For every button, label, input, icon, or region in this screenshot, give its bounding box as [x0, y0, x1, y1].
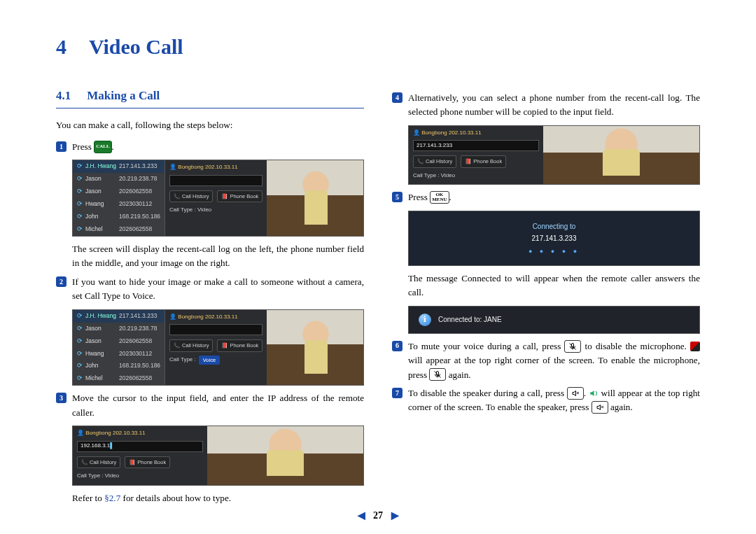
phone-book-button: 📕 Phone Book	[217, 190, 262, 203]
recent-call-log: ⟳J.H. Hwang217.141.3.233 ⟳Jason20.219.23…	[73, 160, 165, 236]
screenshot-call-screen-2: ⟳J.H. Hwang217.141.3.233 ⟳Jason20.219.23…	[72, 309, 364, 386]
step-5-after: The message Connected to will appear whe…	[408, 272, 700, 300]
step-number-2: 2	[56, 276, 66, 287]
ref-link-2-7[interactable]: §2.7	[104, 493, 120, 503]
speaker-mute-key-icon-2	[592, 401, 608, 414]
call-history-button: 📞 Call History	[169, 190, 213, 203]
section-name: Making a Call	[87, 89, 160, 102]
step-3: 3 Move the cursor to the input field, an…	[56, 391, 364, 420]
step-3-note: Refer to §2.7 for details about how to t…	[72, 491, 364, 505]
speaker-status-icon	[589, 388, 598, 398]
step-number-3: 3	[56, 393, 66, 403]
call-type-voice-pill: Voice	[199, 356, 220, 365]
chapter-number: 4	[56, 35, 84, 59]
step-number-7: 7	[392, 388, 402, 398]
dial-panel: Bongbong 202.10.33.11 📞 Call History 📕 P…	[165, 160, 267, 236]
screenshot-call-screen-3: Bongbong 202.10.33.11 192.168.3.1▌ 📞 Cal…	[72, 426, 364, 485]
info-icon: i	[419, 314, 431, 326]
step-5: 5 Press OKMENU.	[392, 190, 700, 204]
speaker-mute-key-icon	[567, 387, 584, 400]
call-key-icon: CALL	[94, 141, 111, 153]
prev-page-arrow[interactable]: ◀	[352, 510, 371, 521]
screenshot-connected: i Connected to: JANE	[408, 306, 700, 334]
step-7: 7 To disable the speaker during a call, …	[392, 386, 700, 415]
mute-key-icon-2	[429, 368, 446, 381]
step-number-6: 6	[392, 341, 402, 351]
mic-muted-status-icon	[690, 342, 700, 351]
page-number: 27	[373, 510, 383, 521]
step-2: 2 If you want to hide your image or make…	[56, 275, 364, 304]
step-1: 1 Press CALL.	[56, 140, 364, 154]
column-left: 4.1 Making a Call You can make a call, f…	[56, 87, 364, 505]
step-number-4: 4	[392, 92, 402, 103]
screenshot-call-screen-1: ⟳J.H. Hwang217.141.3.233 ⟳Jason20.219.23…	[72, 160, 364, 237]
intro-text: You can make a call, following the steps…	[56, 118, 364, 132]
mute-key-icon	[564, 340, 581, 353]
step-number-1: 1	[56, 141, 66, 152]
chapter-title: 4 Video Call	[56, 35, 700, 59]
section-number: 4.1	[56, 87, 84, 105]
page-navigator: ◀ 27 ▶	[0, 510, 756, 521]
next-page-arrow[interactable]: ▶	[386, 510, 405, 521]
step-6: 6 To mute your voice during a call, pres…	[392, 339, 700, 382]
chapter-name: Video Call	[89, 35, 183, 58]
step-1-description: The screen will display the recent-call …	[72, 242, 364, 271]
step-number-5: 5	[392, 192, 402, 202]
step-4: 4 Alternatively, you can select a phone …	[392, 91, 700, 120]
screenshot-call-screen-4: Bongbong 202.10.33.11 217.141.3.233 📞 Ca…	[408, 125, 700, 185]
ok-menu-key-icon: OKMENU	[430, 191, 449, 204]
section-title: 4.1 Making a Call	[56, 87, 364, 108]
screenshot-connecting: Connecting to 217.141.3.233 ● ● ● ● ●	[408, 211, 700, 266]
column-right: 4 Alternatively, you can select a phone …	[392, 87, 700, 505]
self-video-preview	[267, 160, 364, 236]
